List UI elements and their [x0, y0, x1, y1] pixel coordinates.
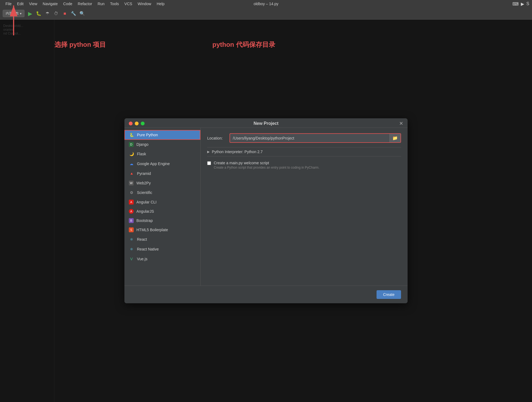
project-item-label: Scientific [137, 190, 152, 195]
menu-file[interactable]: File [3, 1, 14, 7]
scientific-icon: ⚙ [129, 190, 134, 195]
project-item-label: Flask [137, 152, 146, 156]
window-title: oldboy – 14.py [253, 2, 278, 6]
location-label: Location: [207, 136, 226, 140]
dialog-title: New Project [253, 121, 279, 126]
keyboard-icon: ⌨ [512, 1, 519, 7]
interpreter-row[interactable]: ▶ Python Interpreter: Python 2.7 [207, 147, 401, 156]
create-button[interactable]: Create [377, 290, 401, 299]
coverage-button[interactable]: ☂ [44, 10, 51, 17]
project-item-label: React Native [137, 247, 159, 251]
config-label: 内置函数 [6, 11, 19, 16]
project-item-label: Pyramid [137, 171, 151, 176]
location-input-wrap: 📁 [230, 133, 401, 143]
project-item-label: Vue.js [137, 257, 147, 261]
menu-tools[interactable]: Tools [107, 1, 122, 7]
location-row: Location: 📁 [207, 133, 401, 143]
react-icon: ⚛ [129, 237, 134, 242]
project-item-vuejs[interactable]: V Vue.js [124, 254, 200, 264]
project-item-bootstrap[interactable]: B Bootstrap [124, 216, 200, 225]
create-main-py-checkbox[interactable] [207, 161, 211, 165]
project-item-google-app-engine[interactable]: ☁ Google App Engine [124, 159, 200, 169]
project-item-label: Django [136, 142, 148, 147]
dialog-titlebar: New Project ✕ [124, 118, 408, 128]
project-item-label: Angular CLI [136, 200, 157, 204]
html5-icon: 5 [129, 227, 134, 232]
config-dropdown[interactable]: 内置函数 ▾ [3, 10, 25, 17]
project-item-label: Bootstrap [136, 218, 153, 223]
pyramid-icon: 🔺 [129, 171, 134, 176]
menu-run[interactable]: Run [95, 1, 107, 7]
menu-refactor[interactable]: Refactor [75, 1, 95, 7]
pure-python-icon: 🐍 [129, 132, 134, 138]
location-input[interactable] [230, 134, 389, 142]
project-item-angularjs[interactable]: A AngularJS [124, 207, 200, 216]
dialog-footer: Create [124, 286, 408, 303]
project-item-angular-cli[interactable]: A Angular CLI [124, 197, 200, 207]
project-item-pure-python[interactable]: 🐍 Pure Python [124, 130, 200, 140]
project-item-pyramid[interactable]: 🔺 Pyramid [124, 169, 200, 178]
create-main-py-label: Create a main.py welcome script [214, 161, 319, 165]
create-main-py-text: Create a main.py welcome script Create a… [214, 161, 319, 169]
google-app-engine-icon: ☁ [129, 161, 134, 166]
angularjs-icon: A [129, 209, 134, 214]
run-button[interactable]: ▶ [27, 10, 33, 17]
menu-vcs[interactable]: VCS [122, 1, 135, 7]
menu-code[interactable]: Code [60, 1, 75, 7]
location-browse-button[interactable]: 📁 [389, 134, 400, 142]
settings-button[interactable]: 🔧 [70, 10, 77, 17]
project-item-label: AngularJS [136, 209, 154, 214]
dialog-right-panel: Location: 📁 ▶ Python Interpreter: Python… [201, 128, 408, 286]
menu-navigate[interactable]: Navigate [40, 1, 60, 7]
new-project-dialog: New Project ✕ 🐍 Pure Python D Django 🌙 F… [124, 118, 408, 303]
react-native-icon: ⚛ [129, 246, 134, 252]
profile-icon: S [526, 1, 529, 6]
dialog-close-button[interactable]: ✕ [399, 120, 403, 126]
project-item-label: Web2Py [136, 181, 151, 185]
project-item-label: React [137, 237, 147, 242]
project-item-label: Google App Engine [137, 162, 170, 166]
project-item-scientific[interactable]: ⚙ Scientific [124, 188, 200, 197]
interpreter-label: Python Interpreter: Python 2.7 [212, 150, 263, 154]
project-item-django[interactable]: D Django [124, 140, 200, 149]
create-main-py-description: Create a Python script that provides an … [214, 166, 319, 169]
create-main-py-row: Create a main.py welcome script Create a… [207, 161, 401, 169]
project-type-list: 🐍 Pure Python D Django 🌙 Flask ☁ Google … [124, 128, 201, 286]
search-button[interactable]: 🔍 [79, 10, 85, 17]
flask-icon: 🌙 [129, 151, 134, 157]
toolbar: 内置函数 ▾ ▶ 🐛 ☂ ⏱ ■ 🔧 🔍 [0, 8, 532, 20]
dialog-body: 🐍 Pure Python D Django 🌙 Flask ☁ Google … [124, 128, 408, 286]
menu-edit[interactable]: Edit [14, 1, 26, 7]
django-icon: D [129, 142, 134, 147]
bootstrap-icon: B [129, 218, 134, 223]
stop-button[interactable]: ■ [62, 10, 68, 17]
menu-view[interactable]: View [26, 1, 40, 7]
menubar-right: ⌨ ▶ S [512, 1, 529, 7]
project-item-web2py[interactable]: W Web2Py [124, 178, 200, 188]
project-item-flask[interactable]: 🌙 Flask [124, 149, 200, 159]
angular-cli-icon: A [129, 200, 134, 205]
interpreter-expand-icon: ▶ [207, 150, 210, 154]
maximize-traffic-light[interactable] [141, 122, 145, 125]
play-circle-icon: ▶ [521, 1, 524, 7]
menu-help[interactable]: Help [154, 1, 167, 7]
web2py-icon: W [129, 181, 134, 185]
menubar: File Edit View Navigate Code Refactor Ru… [0, 0, 532, 8]
project-item-label: HTML5 Boilerplate [136, 228, 168, 232]
traffic-lights [129, 122, 145, 125]
menu-window[interactable]: Window [135, 1, 154, 7]
debug-button[interactable]: 🐛 [35, 10, 42, 17]
project-item-html5-boilerplate[interactable]: 5 HTML5 Boilerplate [124, 225, 200, 234]
project-item-react[interactable]: ⚛ React [124, 234, 200, 244]
project-item-react-native[interactable]: ⚛ React Native [124, 244, 200, 254]
close-traffic-light[interactable] [129, 122, 133, 125]
minimize-traffic-light[interactable] [135, 122, 139, 125]
dropdown-arrow-icon: ▾ [20, 12, 22, 16]
profile-button[interactable]: ⏱ [53, 10, 59, 17]
vuejs-icon: V [129, 256, 134, 262]
project-item-label: Pure Python [137, 133, 158, 137]
